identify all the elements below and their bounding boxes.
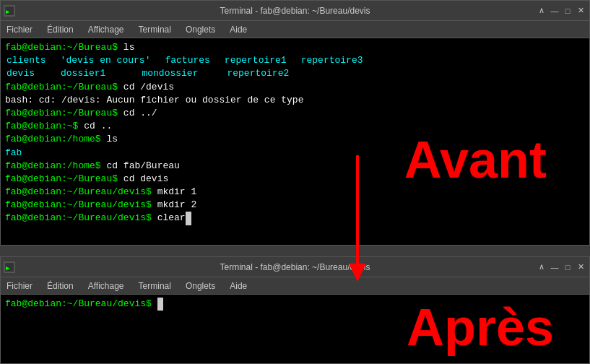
col-devis: devis: [6, 67, 35, 80]
bottom-terminal-icon: ▶: [4, 261, 15, 273]
bottom-menu-edition[interactable]: Édition: [44, 280, 77, 292]
bottom-menu-affichage[interactable]: Affichage: [85, 280, 127, 292]
col-devis-en-cours: 'devis en cours': [61, 54, 151, 67]
bottom-terminal-controls[interactable]: ∧ — □ ✕: [536, 261, 586, 273]
minimize-btn2[interactable]: —: [549, 5, 560, 17]
minimize-btn[interactable]: ∧: [536, 5, 547, 17]
line-10: fab@debian:/home$ cd fab/Bureau: [5, 160, 585, 173]
top-terminal-title: Terminal - fab@debian: ~/Bureau/devis: [220, 6, 370, 16]
line-5: bash: cd: /devis: Aucun fichier ou dossi…: [5, 94, 585, 107]
menu-edition[interactable]: Édition: [44, 23, 77, 36]
line-6: fab@debian:~/Bureau$ cd ../: [5, 107, 585, 120]
top-terminal-body: fab@debian:~/Bureau$ ls clients 'devis e…: [1, 38, 589, 228]
bottom-maximize-btn[interactable]: □: [562, 261, 573, 273]
col-mondossier: mondossier: [142, 67, 198, 80]
col-factures: factures: [165, 54, 209, 67]
line-8: fab@debian:/home$ ls: [5, 133, 585, 146]
line-1: fab@debian:~/Bureau$ ls: [5, 41, 585, 54]
line-4: fab@debian:~/Bureau$ cd /devis: [5, 81, 585, 94]
line-13: fab@debian:~/Bureau/devis$ mkdir 2: [5, 199, 585, 212]
menu-onglets[interactable]: Onglets: [183, 23, 218, 36]
bottom-terminal-title: Terminal - fab@debian: ~/Bureau/devis: [220, 262, 370, 272]
svg-text:▶: ▶: [6, 8, 10, 15]
bottom-close-btn[interactable]: ✕: [575, 261, 586, 273]
top-terminal-menubar: Fichier Édition Affichage Terminal Ongle…: [1, 21, 589, 38]
col-clients: clients: [6, 54, 46, 67]
bottom-minimize-btn[interactable]: ∧: [536, 261, 547, 273]
menu-aide[interactable]: Aide: [227, 23, 250, 36]
line-2: clients 'devis en cours' factures repert…: [5, 54, 585, 67]
line-9: fab: [5, 147, 585, 160]
menu-fichier[interactable]: Fichier: [4, 23, 35, 36]
top-terminal-titlebar: ▶ Terminal - fab@debian: ~/Bureau/devis …: [1, 1, 589, 21]
col-dossier1: dossier1: [61, 67, 105, 80]
col-rep3: repertoire3: [301, 54, 363, 67]
col-rep2: repertoire2: [227, 67, 289, 80]
bottom-menu-onglets[interactable]: Onglets: [183, 280, 218, 292]
line-3: devis dossier1 mondossier repertoire2: [5, 67, 585, 80]
top-terminal: ▶ Terminal - fab@debian: ~/Bureau/devis …: [0, 0, 590, 246]
line-7: fab@debian:~$ cd ..: [5, 120, 585, 133]
bottom-menu-fichier[interactable]: Fichier: [4, 280, 35, 292]
close-btn[interactable]: ✕: [575, 5, 586, 17]
line-14: fab@debian:~/Bureau/devis$ clear: [5, 212, 585, 225]
bottom-terminal-body: fab@debian:~/Bureau/devis$: [1, 295, 589, 313]
bottom-terminal-titlebar: ▶ Terminal - fab@debian: ~/Bureau/devis …: [1, 257, 589, 277]
menu-terminal[interactable]: Terminal: [136, 23, 174, 36]
top-terminal-controls[interactable]: ∧ — □ ✕: [536, 5, 586, 17]
col-rep1: repertoire1: [225, 54, 287, 67]
line-12: fab@debian:~/Bureau/devis$ mkdir 1: [5, 186, 585, 199]
menu-affichage[interactable]: Affichage: [85, 23, 127, 36]
bottom-terminal-menubar: Fichier Édition Affichage Terminal Ongle…: [1, 277, 589, 295]
bottom-line-1: fab@debian:~/Bureau/devis$: [5, 298, 585, 311]
bottom-minimize-btn2[interactable]: —: [549, 261, 560, 273]
line-11: fab@debian:~/Bureau$ cd devis: [5, 173, 585, 186]
bottom-terminal: ▶ Terminal - fab@debian: ~/Bureau/devis …: [0, 256, 590, 364]
terminal-icon: ▶: [4, 5, 15, 17]
svg-text:▶: ▶: [6, 264, 10, 272]
separator: [0, 246, 590, 256]
maximize-btn[interactable]: □: [562, 5, 573, 17]
bottom-menu-terminal[interactable]: Terminal: [136, 280, 174, 292]
bottom-menu-aide[interactable]: Aide: [227, 280, 250, 292]
